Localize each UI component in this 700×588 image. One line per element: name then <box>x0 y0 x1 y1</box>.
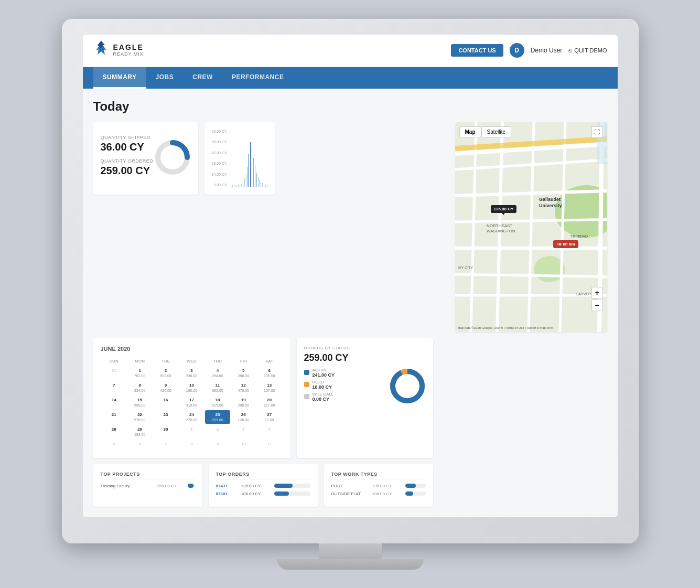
quantity-info: QUANTITY SHIPPED 36.00 CY QUANTITY ORDER… <box>101 135 154 182</box>
cal-day-0-5: 5286.00 <box>231 366 256 380</box>
y-label-1: 56.00 CY <box>212 140 227 144</box>
cal-sun: SUN <box>102 357 126 365</box>
cal-day-4-0: 28 <box>102 425 126 439</box>
order-bar-2 <box>274 491 310 496</box>
cal-tue: TUE <box>153 357 178 365</box>
cal-wed: WED <box>179 357 204 365</box>
cal-day-5-6: 11 <box>257 440 282 450</box>
work-row-1: POST 135.00 CY <box>331 484 426 488</box>
satellite-button[interactable]: Satellite <box>481 126 512 137</box>
qty-shipped-value: 36.00 CY <box>101 141 154 153</box>
cal-day-5-5: 10 <box>231 440 256 450</box>
hold-dot <box>304 382 309 387</box>
calendar-card: JUNE 2020 SUN MON TUE WED THU FRI <box>93 338 290 458</box>
map-marker-1: 135.00 CY <box>491 205 517 213</box>
bar-17 <box>256 173 257 186</box>
order-id-2[interactable]: 87681 <box>216 491 237 496</box>
work-qty-2: 106.00 CY <box>372 491 401 496</box>
order-row-1: 87437 135.00 CY <box>216 484 310 488</box>
cal-day-0-0: 31 <box>102 366 126 380</box>
cal-day-0-1: 1761.00 <box>127 366 152 380</box>
svg-text:TRINIDAD: TRINIDAD <box>570 234 588 238</box>
bar-1 <box>232 185 233 187</box>
willcall-label-text: WILL CALL <box>313 392 334 397</box>
header: EAGLE READY MIX CONTACT US D Demo User ⎋… <box>83 35 618 67</box>
work-name-1: POST <box>331 484 368 488</box>
cal-day-2-2: 16 <box>153 395 178 409</box>
status-willcall: WILL CALL 0.00 CY <box>304 392 383 402</box>
map-background: NORTHEAST WASHINGTON Gallaudet Universit… <box>455 122 607 332</box>
nav-performance[interactable]: PERFORMANCE <box>222 67 294 89</box>
bar-24 <box>267 185 267 187</box>
svg-line-13 <box>529 122 534 332</box>
bar-12 <box>249 154 249 186</box>
cal-day-2-0: 14 <box>102 395 126 409</box>
active-value: 241.00 CY <box>313 372 335 378</box>
work-bar-2 <box>405 491 426 496</box>
y-label-3: 28.00 CY <box>212 162 227 165</box>
svg-text:University: University <box>539 203 562 208</box>
active-label: ACTIVE 241.00 CY <box>313 368 335 378</box>
cal-day-3-0: 21 <box>102 410 126 424</box>
order-bar-1 <box>274 484 310 488</box>
orders-status-card: ORDERS BY STATUS 259.00 CY ACTIVE 241.00… <box>297 338 433 458</box>
cal-day-4-4: 2 <box>205 425 230 439</box>
svg-text:CARVER: CARVER <box>576 292 591 296</box>
svg-text:IVY CITY: IVY CITY <box>458 266 473 270</box>
bar-5 <box>238 185 239 187</box>
work-qty-1: 135.00 CY <box>372 484 401 488</box>
bar-3 <box>235 185 235 187</box>
bar-18 <box>258 177 259 187</box>
nav-summary[interactable]: SUMMARY <box>93 67 146 89</box>
work-bar-fill-2 <box>405 491 414 496</box>
bar-8 <box>243 181 243 186</box>
order-id-1[interactable]: 87437 <box>216 484 237 488</box>
cal-day-1-1: 8234.00 <box>127 381 152 394</box>
y-label-0: 70.00 CY <box>212 130 227 133</box>
cal-day-1-2: 9426.00 <box>153 381 178 394</box>
map-expand-button[interactable]: ⛶ <box>591 126 603 138</box>
monitor-stand-neck <box>319 543 382 559</box>
map-controls: Map Satellite <box>459 126 512 137</box>
calendar-table: SUN MON TUE WED THU FRI SAT 311 <box>101 356 283 451</box>
cal-day-3-6: 2711.00 <box>257 410 282 424</box>
map-zoom-in[interactable]: + <box>591 287 603 298</box>
map-zoom-out[interactable]: − <box>591 300 603 311</box>
bar-19 <box>259 179 260 186</box>
orders-donut <box>389 368 426 404</box>
screen: EAGLE READY MIX CONTACT US D Demo User ⎋… <box>83 35 618 517</box>
cal-day-3-2: 23 <box>153 410 178 424</box>
map-marker-2: 🚛 0h 8m <box>553 240 578 248</box>
orders-label: ORDERS BY STATUS <box>304 346 426 350</box>
monitor-wrapper: EAGLE READY MIX CONTACT US D Demo User ⎋… <box>62 19 639 570</box>
cal-day-2-1: 15699.00 <box>127 395 152 409</box>
logo-text: EAGLE READY MIX <box>113 44 144 57</box>
willcall-value: 0.00 CY <box>313 397 334 402</box>
qty-ordered-value: 259.00 CY <box>101 165 154 177</box>
cal-day-4-6: 4 <box>257 425 282 439</box>
bar-14 <box>252 148 252 186</box>
contact-us-button[interactable]: CONTACT US <box>451 44 503 57</box>
bar-11 <box>247 167 247 187</box>
bar-2 <box>234 185 234 187</box>
cal-day-0-4: 4294.00 <box>205 366 230 380</box>
bar-22 <box>264 185 264 187</box>
nav-crew[interactable]: CREW <box>183 67 222 89</box>
nav-jobs[interactable]: JOBS <box>146 67 184 89</box>
map-attribution: Map data ©2020 Google | 200 m | Terms of… <box>458 326 554 329</box>
bar-13 <box>250 142 251 187</box>
map-view-button[interactable]: Map <box>459 126 481 137</box>
work-row-2: OUTSIDE FLAT 106.00 CY <box>331 491 426 496</box>
cal-thu: THU <box>205 357 230 365</box>
order-qty-1: 135.00 CY <box>241 484 270 488</box>
status-hold: HOLD 18.00 CY <box>304 380 383 390</box>
work-bar-1 <box>405 484 426 488</box>
quit-demo-button[interactable]: ⎋ QUIT DEMO <box>568 47 607 54</box>
project-row-1: Training Facility... 259.00 CY <box>101 484 195 488</box>
bar-10 <box>246 174 246 187</box>
top-projects-title: TOP PROJECTS <box>101 472 195 479</box>
quit-label: QUIT DEMO <box>574 47 607 54</box>
cal-fri: FRI <box>231 357 256 365</box>
top-orders-title: TOP ORDERS <box>216 472 310 479</box>
cal-day-2-4: 18215.00 <box>205 395 230 409</box>
